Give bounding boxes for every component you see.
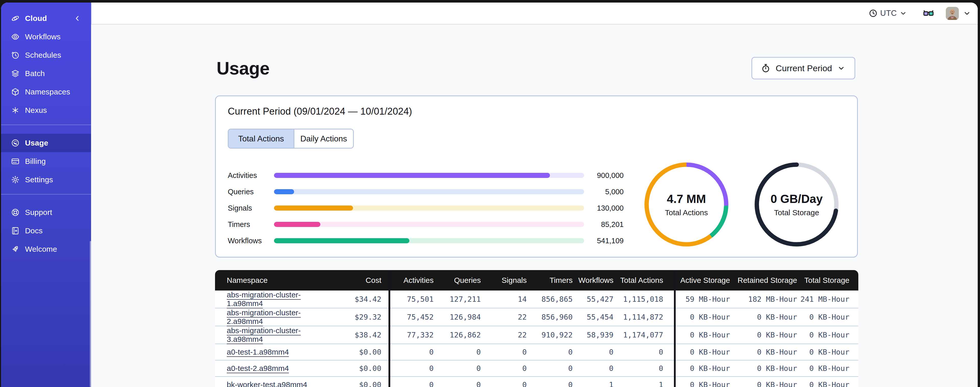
sidebar-item-workflows[interactable]: Workflows [1,27,91,46]
period-selector-label: Current Period [776,63,832,73]
settings-icon [11,175,20,184]
bar-fill [274,173,550,178]
bar-label: Timers [228,220,274,229]
bar-track [274,189,584,194]
sidebar-item-label: Batch [25,69,45,78]
sidebar-scrollbar[interactable] [90,241,91,387]
bar-row-queries: Queries5,000 [228,184,624,200]
bar-value: 85,201 [584,220,624,229]
value-cell: $0.00 [326,344,388,360]
stopwatch-icon [761,63,771,73]
column-header-total-actions: Total Actions [617,270,674,291]
value-cell: 0 [484,376,530,387]
value-cell: 856,865 [530,291,576,308]
sidebar-section-main: WorkflowsSchedulesBatchNamespacesNexus [1,27,91,120]
bar-fill [274,222,320,227]
sidebar-brand-cloud[interactable]: Cloud [1,9,91,27]
timezone-label: UTC [880,9,897,18]
value-cell: 75,501 [390,291,437,308]
bar-label: Signals [228,204,274,213]
workflows-icon [11,32,20,42]
value-cell: 0 KB-Hour [800,360,858,376]
column-header-namespace: Namespace [215,270,326,291]
sidebar-item-label: Billing [25,157,46,166]
user-avatar[interactable] [946,7,959,20]
value-cell: 0 KB-Hour [676,344,733,360]
sidebar-item-docs[interactable]: Docs [1,222,91,240]
table-divider [388,376,390,387]
value-cell: $0.00 [326,360,388,376]
namespace-link[interactable]: bk-worker-test.a98mm4 [227,381,307,387]
table-row: abs-migration-cluster-2.a98mm4$29.3275,4… [215,308,858,326]
sidebar-item-welcome[interactable]: Welcome [1,240,91,258]
bar-value: 541,109 [584,237,624,245]
namespace-link[interactable]: a0-test-2.a98mm4 [227,364,289,373]
column-header-total-storage: Total Storage [800,270,858,291]
labs-glasses-icon[interactable] [923,8,934,19]
value-cell: 0 [530,360,576,376]
table-divider [674,360,676,376]
tab-total-actions[interactable]: Total Actions [229,130,294,148]
value-cell: 0 KB-Hour [733,326,800,344]
bar-value: 130,000 [584,204,624,213]
table-header-row: NamespaceCostActivitiesQueriesSignalsTim… [215,270,858,291]
sidebar-item-namespaces[interactable]: Namespaces [1,83,91,101]
namespace-link[interactable]: a0-test-1.a98mm4 [227,348,289,356]
sidebar-section-account: UsageBillingSettings [1,134,91,189]
value-cell: 75,452 [390,308,437,326]
table-divider [674,270,676,291]
sidebar-item-usage[interactable]: Usage [1,134,91,152]
value-cell: 0 [437,360,484,376]
bar-row-activities: Activities900,000 [228,167,624,184]
sidebar-item-batch[interactable]: Batch [1,64,91,83]
namespace-cell: abs-migration-cluster-2.a98mm4 [215,308,326,326]
value-cell: 126,984 [437,308,484,326]
value-cell: 0 KB-Hour [733,344,800,360]
page-title: Usage [216,58,270,78]
sidebar-item-nexus[interactable]: Nexus [1,101,91,120]
value-cell: 182 MB-Hour [733,291,800,308]
value-cell: 1 [617,376,674,387]
sidebar-item-billing[interactable]: Billing [1,152,91,171]
table-body: abs-migration-cluster-1.a98mm4$34.4275,5… [215,291,858,387]
column-header-cost: Cost [326,270,388,291]
sidebar-item-label: Docs [25,226,43,235]
value-cell: 1 [576,376,617,387]
sidebar-item-schedules[interactable]: Schedules [1,46,91,64]
bar-row-timers: Timers85,201 [228,216,624,233]
value-cell: 0 [530,344,576,360]
namespace-link[interactable]: abs-migration-cluster-2.a98mm4 [227,309,301,325]
sidebar-item-label: Usage [25,139,48,147]
period-selector-button[interactable]: Current Period [751,57,855,79]
value-cell: 59 MB-Hour [676,291,733,308]
usage-summary-card: Current Period (09/01/2024 — 10/01/2024)… [215,96,858,257]
value-cell: 0 [484,344,530,360]
bar-track [274,238,584,243]
sidebar-section-help: SupportDocsWelcome [1,203,91,258]
namespace-cell: a0-test-1.a98mm4 [215,344,326,360]
sidebar-item-label: Schedules [25,51,61,59]
docs-icon [11,226,20,235]
namespace-link[interactable]: abs-migration-cluster-1.a98mm4 [227,291,301,308]
value-cell: 1,115,018 [617,291,674,308]
user-menu-chevron-down-icon[interactable] [963,9,971,18]
welcome-icon [11,245,20,254]
value-cell: 0 [617,360,674,376]
tab-daily-actions[interactable]: Daily Actions [294,130,353,148]
value-cell: 0 KB-Hour [676,326,733,344]
bar-label: Workflows [228,237,274,245]
value-cell: 0 [484,360,530,376]
sidebar-collapse-chevron-left-icon[interactable] [72,9,83,27]
sidebar-item-label: Workflows [25,32,61,41]
timezone-selector[interactable]: UTC [869,9,907,18]
total-storage-label: Total Storage [774,208,819,217]
sidebar-item-settings[interactable]: Settings [1,171,91,189]
value-cell: 0 KB-Hour [800,308,858,326]
chevron-down-icon [837,64,845,72]
value-cell: 0 [437,376,484,387]
sidebar-item-label: Settings [25,175,53,184]
namespace-link[interactable]: abs-migration-cluster-3.a98mm4 [227,326,301,343]
sidebar-item-support[interactable]: Support [1,203,91,222]
value-cell: 0 [390,344,437,360]
table-row: abs-migration-cluster-1.a98mm4$34.4275,5… [215,291,858,308]
